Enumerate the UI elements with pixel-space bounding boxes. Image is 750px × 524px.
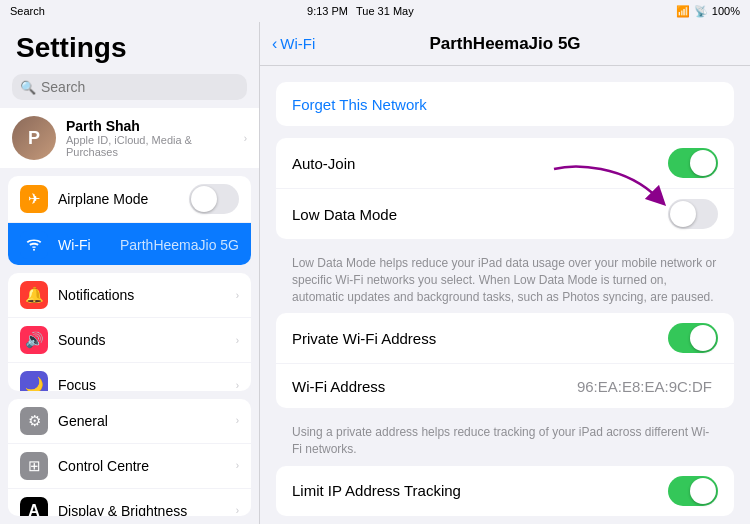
status-left: Search — [10, 5, 45, 17]
privacy-section: Private Wi-Fi Address Wi-Fi Address 96:E… — [276, 313, 734, 408]
sidebar-item-notifications[interactable]: 🔔 Notifications › — [8, 273, 251, 318]
sidebar-item-label-focus: Focus — [58, 377, 226, 390]
limitip-toggle-knob — [690, 478, 716, 504]
limitip-label: Limit IP Address Tracking — [292, 482, 668, 499]
sounds-chevron: › — [236, 335, 239, 346]
status-date: Tue 31 May — [356, 5, 414, 17]
lowdatamode-row: Low Data Mode — [276, 189, 734, 239]
status-time: 9:13 PM — [307, 5, 348, 17]
sidebar: Settings 🔍 P Parth Shah Apple ID, iCloud… — [0, 22, 260, 524]
displaybrightness-chevron: › — [236, 505, 239, 516]
lowdatamode-toggle-knob — [670, 201, 696, 227]
controlcentre-chevron: › — [236, 460, 239, 471]
sidebar-item-label-sounds: Sounds — [58, 332, 226, 348]
sidebar-item-label-wifi: Wi-Fi — [58, 237, 110, 253]
forget-row[interactable]: Forget This Network — [276, 82, 734, 126]
airplane-icon: ✈ — [20, 185, 48, 213]
general-icon: ⚙ — [20, 407, 48, 435]
lowdatamode-description: Low Data Mode helps reduce your iPad dat… — [276, 251, 734, 313]
sidebar-item-label-displaybrightness: Display & Brightness — [58, 503, 226, 516]
battery-label: 100% — [712, 5, 740, 17]
sidebar-group-3: ⚙ General › ⊞ Control Centre › A Display… — [8, 399, 251, 516]
sidebar-group-2: 🔔 Notifications › 🔊 Sounds › 🌙 Focus › ⏱… — [8, 273, 251, 390]
lowdatamode-label: Low Data Mode — [292, 206, 668, 223]
airplane-toggle[interactable] — [189, 184, 239, 214]
displaybrightness-icon: A — [20, 497, 48, 516]
wifiaddress-value: 96:EA:E8:EA:9C:DF — [577, 378, 712, 395]
autojoin-row: Auto-Join — [276, 138, 734, 189]
main-layout: Settings 🔍 P Parth Shah Apple ID, iCloud… — [0, 22, 750, 524]
sidebar-group-1: ✈ Airplane Mode Wi-Fi ParthHeemaJio 5G — [8, 176, 251, 265]
privatewifi-toggle-knob — [690, 325, 716, 351]
profile-sub: Apple ID, iCloud, Media & Purchases — [66, 134, 234, 158]
status-right: 📶 📡 100% — [676, 5, 740, 18]
sounds-icon: 🔊 — [20, 326, 48, 354]
profile-chevron: › — [244, 133, 247, 144]
join-section: Auto-Join Low Data Mode — [276, 138, 734, 239]
signal-icon: 📡 — [694, 5, 708, 18]
sidebar-title: Settings — [0, 22, 259, 70]
detail-content: Forget This Network Auto-Join Low Data M… — [260, 66, 750, 524]
notifications-chevron: › — [236, 290, 239, 301]
sidebar-item-label-controlcentre: Control Centre — [58, 458, 226, 474]
privatewifi-description: Using a private address helps reduce tra… — [276, 420, 734, 466]
forget-section: Forget This Network — [276, 82, 734, 126]
autojoin-toggle[interactable] — [668, 148, 718, 178]
sidebar-item-focus[interactable]: 🌙 Focus › — [8, 363, 251, 390]
status-bar: Search 9:13 PM Tue 31 May 📶 📡 100% — [0, 0, 750, 22]
controlcentre-icon: ⊞ — [20, 452, 48, 480]
detail-header: ‹ Wi-Fi ParthHeemaJio 5G — [260, 22, 750, 66]
autojoin-toggle-knob — [690, 150, 716, 176]
privatewifi-label: Private Wi-Fi Address — [292, 330, 668, 347]
limitip-section: Limit IP Address Tracking — [276, 466, 734, 516]
privatewifi-toggle[interactable] — [668, 323, 718, 353]
avatar: P — [12, 116, 56, 160]
sidebar-item-wifi[interactable]: Wi-Fi ParthHeemaJio 5G — [8, 223, 251, 265]
limitip-row: Limit IP Address Tracking — [276, 466, 734, 516]
airplane-toggle-knob — [191, 186, 217, 212]
privatewifi-row: Private Wi-Fi Address — [276, 313, 734, 364]
detail-panel: ‹ Wi-Fi ParthHeemaJio 5G Forget This Net… — [260, 22, 750, 524]
status-center: 9:13 PM Tue 31 May — [307, 5, 414, 17]
sidebar-item-airplane[interactable]: ✈ Airplane Mode — [8, 176, 251, 223]
search-bar[interactable]: 🔍 — [12, 74, 247, 100]
wifiaddress-label: Wi-Fi Address — [292, 378, 577, 395]
focus-icon: 🌙 — [20, 371, 48, 390]
forget-label: Forget This Network — [292, 96, 718, 113]
wifi-icon — [20, 231, 48, 259]
profile-name: Parth Shah — [66, 118, 234, 134]
lowdatamode-toggle[interactable] — [668, 199, 718, 229]
search-icon: 🔍 — [20, 80, 36, 95]
sidebar-item-label-airplane: Airplane Mode — [58, 191, 179, 207]
focus-chevron: › — [236, 380, 239, 391]
search-input[interactable] — [41, 79, 239, 95]
back-button[interactable]: ‹ Wi-Fi — [272, 35, 315, 53]
sidebar-item-sounds[interactable]: 🔊 Sounds › — [8, 318, 251, 363]
detail-title: ParthHeemaJio 5G — [429, 34, 580, 54]
sidebar-item-general[interactable]: ⚙ General › — [8, 399, 251, 444]
limitip-toggle[interactable] — [668, 476, 718, 506]
status-app-label: Search — [10, 5, 45, 17]
notifications-icon: 🔔 — [20, 281, 48, 309]
autojoin-label: Auto-Join — [292, 155, 668, 172]
profile-row[interactable]: P Parth Shah Apple ID, iCloud, Media & P… — [0, 108, 259, 168]
sidebar-item-label-general: General — [58, 413, 226, 429]
sidebar-item-displaybrightness[interactable]: A Display & Brightness › — [8, 489, 251, 516]
sidebar-item-label-notifications: Notifications — [58, 287, 226, 303]
svg-point-0 — [33, 249, 35, 251]
profile-info: Parth Shah Apple ID, iCloud, Media & Pur… — [66, 118, 234, 158]
sidebar-item-controlcentre[interactable]: ⊞ Control Centre › — [8, 444, 251, 489]
back-label: Wi-Fi — [280, 35, 315, 52]
back-chevron-icon: ‹ — [272, 35, 277, 53]
general-chevron: › — [236, 415, 239, 426]
sidebar-item-detail-wifi: ParthHeemaJio 5G — [120, 237, 239, 253]
wifi-status-icon: 📶 — [676, 5, 690, 18]
wifiaddress-row: Wi-Fi Address 96:EA:E8:EA:9C:DF — [276, 364, 734, 408]
